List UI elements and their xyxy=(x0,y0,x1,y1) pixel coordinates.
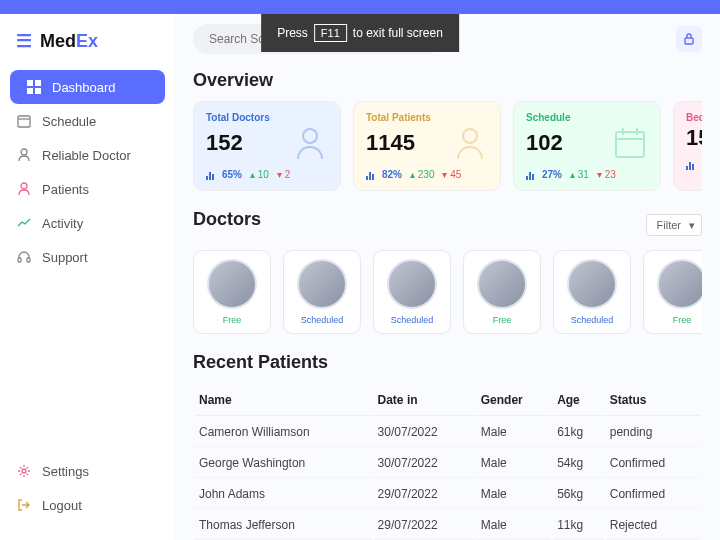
sidebar-item-label: Support xyxy=(42,250,88,265)
grid-icon xyxy=(26,79,42,95)
sidebar-item-schedule[interactable]: Schedule xyxy=(0,104,175,138)
card-total-patients[interactable]: Total Patients 1145 82% ▴ 230 ▾ 45 xyxy=(353,101,501,191)
doctors-list: FreeScheduledScheduledFreeScheduledFree xyxy=(193,250,702,334)
card-schedule[interactable]: Schedule 102 27% ▴ 31 ▾ 23 xyxy=(513,101,661,191)
doctor-status: Scheduled xyxy=(288,315,356,325)
bars-icon xyxy=(686,160,694,170)
svg-rect-11 xyxy=(685,38,693,44)
main-content: Overview Total Doctors 152 65% ▴ 10 ▾ 2 … xyxy=(175,14,720,540)
overview-cards: Total Doctors 152 65% ▴ 10 ▾ 2 Total Pat… xyxy=(193,101,702,191)
sidebar-item-settings[interactable]: Settings xyxy=(0,454,175,488)
logo: ☰ MedEx xyxy=(0,24,175,70)
bars-icon xyxy=(206,170,214,180)
sidebar-item-label: Dashboard xyxy=(52,80,116,95)
calendar-large-icon xyxy=(612,125,648,161)
sidebar-item-patients[interactable]: Patients xyxy=(0,172,175,206)
svg-rect-4 xyxy=(18,116,30,127)
bars-icon xyxy=(526,170,534,180)
f11-key: F11 xyxy=(314,24,347,42)
table-row[interactable]: George Washington30/07/2022Male54kgConfi… xyxy=(195,449,700,478)
avatar xyxy=(297,259,347,309)
doctor-card[interactable]: Free xyxy=(643,250,702,334)
brand-text: MedEx xyxy=(40,31,98,52)
user-icon xyxy=(16,147,32,163)
nav-main: Dashboard Schedule Reliable Doctor Patie… xyxy=(0,70,175,454)
doctors-title: Doctors xyxy=(193,209,261,230)
svg-rect-2 xyxy=(27,88,33,94)
sidebar-item-label: Schedule xyxy=(42,114,96,129)
col-age: Age xyxy=(553,385,604,416)
svg-point-7 xyxy=(21,183,27,189)
table-row[interactable]: Thomas Jefferson29/07/2022Male11kgReject… xyxy=(195,511,700,540)
sidebar: ☰ MedEx Dashboard Schedule Reliable Doct… xyxy=(0,14,175,540)
sidebar-item-label: Patients xyxy=(42,182,89,197)
calendar-icon xyxy=(16,113,32,129)
svg-point-13 xyxy=(463,129,477,143)
col-date: Date in xyxy=(374,385,475,416)
svg-point-10 xyxy=(22,469,26,473)
col-status: Status xyxy=(606,385,700,416)
avatar xyxy=(567,259,617,309)
nav-bottom: Settings Logout xyxy=(0,454,175,530)
doctor-card[interactable]: Scheduled xyxy=(373,250,451,334)
doctor-icon xyxy=(292,125,328,161)
card-beds[interactable]: Beds Av 15 8% xyxy=(673,101,702,191)
sidebar-item-label: Activity xyxy=(42,216,83,231)
status-badge: Confirmed xyxy=(606,480,700,509)
sidebar-item-reliable-doctor[interactable]: Reliable Doctor xyxy=(0,138,175,172)
col-name: Name xyxy=(195,385,372,416)
doctor-status: Free xyxy=(468,315,536,325)
sidebar-item-dashboard[interactable]: Dashboard xyxy=(10,70,165,104)
doctor-status: Free xyxy=(648,315,702,325)
doctor-card[interactable]: Free xyxy=(193,250,271,334)
person-icon xyxy=(16,181,32,197)
svg-rect-8 xyxy=(18,258,21,262)
overview-title: Overview xyxy=(193,70,702,91)
status-badge: Confirmed xyxy=(606,449,700,478)
filter-dropdown[interactable]: Filter ▾ xyxy=(646,214,702,236)
doctor-card[interactable]: Free xyxy=(463,250,541,334)
status-badge: Rejected xyxy=(606,511,700,540)
avatar xyxy=(207,259,257,309)
table-row[interactable]: John Adams29/07/2022Male56kgConfirmed xyxy=(195,480,700,509)
patients-table: Name Date in Gender Age Status Cameron W… xyxy=(193,383,702,540)
bars-icon xyxy=(366,170,374,180)
doctor-card[interactable]: Scheduled xyxy=(553,250,631,334)
doctor-card[interactable]: Scheduled xyxy=(283,250,361,334)
patient-icon xyxy=(452,125,488,161)
lock-icon[interactable] xyxy=(676,26,702,52)
card-total-doctors[interactable]: Total Doctors 152 65% ▴ 10 ▾ 2 xyxy=(193,101,341,191)
doctor-status: Free xyxy=(198,315,266,325)
svg-point-6 xyxy=(21,149,27,155)
sidebar-item-label: Settings xyxy=(42,464,89,479)
doctor-status: Scheduled xyxy=(378,315,446,325)
fullscreen-banner: Press F11 to exit full screen xyxy=(261,14,459,52)
svg-rect-14 xyxy=(616,132,644,157)
svg-point-12 xyxy=(303,129,317,143)
sidebar-item-label: Logout xyxy=(42,498,82,513)
avatar xyxy=(657,259,702,309)
exit-icon xyxy=(16,497,32,513)
chevron-down-icon: ▾ xyxy=(689,219,695,232)
chart-icon xyxy=(16,215,32,231)
svg-rect-9 xyxy=(27,258,30,262)
headset-icon xyxy=(16,249,32,265)
sidebar-item-logout[interactable]: Logout xyxy=(0,488,175,522)
sidebar-item-activity[interactable]: Activity xyxy=(0,206,175,240)
menu-icon[interactable]: ☰ xyxy=(16,30,32,52)
sidebar-item-support[interactable]: Support xyxy=(0,240,175,274)
svg-rect-0 xyxy=(27,80,33,86)
avatar xyxy=(387,259,437,309)
status-badge: pending xyxy=(606,418,700,447)
gear-icon xyxy=(16,463,32,479)
table-row[interactable]: Cameron Williamson30/07/2022Male61kgpend… xyxy=(195,418,700,447)
svg-rect-1 xyxy=(35,80,41,86)
doctor-status: Scheduled xyxy=(558,315,626,325)
sidebar-item-label: Reliable Doctor xyxy=(42,148,131,163)
svg-rect-3 xyxy=(35,88,41,94)
col-gender: Gender xyxy=(477,385,551,416)
avatar xyxy=(477,259,527,309)
patients-title: Recent Patients xyxy=(193,352,702,373)
